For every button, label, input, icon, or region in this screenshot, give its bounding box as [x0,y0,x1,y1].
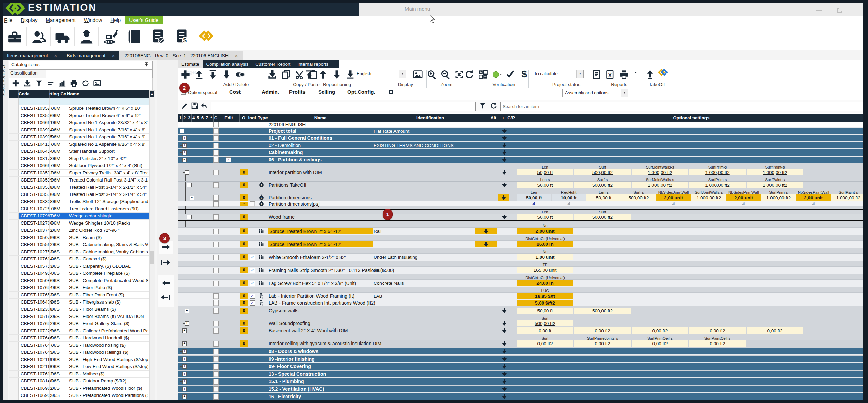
search-input[interactable] [500,102,866,111]
grid-row[interactable]: −07Partitions TakeOff50,00 ft500,00 ft21… [178,177,866,188]
optional-value-cell[interactable]: 50,00 ft [517,169,573,175]
chevron-down-icon[interactable]: ▼ [399,70,406,78]
optional-value-cell[interactable]: 1 000,00 ft2 [761,194,796,201]
alt-arrow-icon[interactable] [502,183,507,187]
option-badge[interactable]: 0 [240,308,248,314]
catalog-row[interactable]: CBEST-10353206MSuper Privacy Trellis_3/4… [9,170,149,177]
alt-arrow-icon[interactable] [502,328,507,333]
catalog-filter-icon[interactable] [35,80,44,89]
takeoff-link-icon[interactable]: A [811,201,815,206]
grid-row[interactable]: −0Wood frame50,00 ft500,00 ft2LenSurf [178,209,866,221]
catalog-row[interactable]: CBEST-10722906SSUB - Gallery / Prefabric… [9,327,149,335]
catalog-refresh-icon[interactable] [82,80,91,89]
optional-value-cell[interactable]: 2,00 unit [796,194,831,201]
catalog-row[interactable]: CBEST-10211806SSUB - Low-End Wood Railin… [9,363,149,371]
option-badge[interactable]: 0 [240,194,248,201]
grid-col-header[interactable]: Optional settings [517,114,866,122]
alt-arrow-icon[interactable] [502,215,507,219]
excel-icon[interactable]: X [606,70,615,81]
expand-icon[interactable]: + [182,150,187,155]
grid-col-header[interactable]: 1 [178,114,183,122]
takeoff-link-icon[interactable]: A [671,201,675,206]
copy-paste-arrow-icon[interactable] [502,136,507,140]
move-top-icon[interactable] [305,70,314,81]
transfer-left-end-button[interactable] [160,293,170,303]
menu-file[interactable]: File [0,16,16,24]
expand-icon[interactable]: + [182,372,187,376]
optional-value-cell[interactable]: 2,00 unit [517,228,573,234]
optional-value-cell[interactable]: 50,00 ft [517,194,551,201]
grid-col-header[interactable]: 3 [187,114,192,122]
optional-value-cell[interactable]: 18,85 $/ft [517,293,573,299]
grid-row[interactable]: −0Interior partition with DIM50,00 ft500… [178,165,866,176]
move-down-icon[interactable] [332,70,341,81]
subtab-admin[interactable]: Admin. [262,89,279,95]
row-checkbox[interactable] [213,379,219,385]
alt-arrow-button[interactable] [475,228,497,234]
grid-col-header[interactable]: Incl. [248,114,258,122]
chevron-down-icon[interactable]: ▼ [576,70,583,78]
row-checkbox[interactable] [213,157,219,163]
option-badge[interactable]: 0 [240,280,248,286]
move-bottom-icon[interactable] [346,70,355,81]
check-icon[interactable] [506,70,515,81]
catalog-row[interactable]: CBEST-10374206MZinc Closet Rod 72"-96 " [9,227,149,234]
zoom-in-icon[interactable] [427,70,437,81]
grid-row[interactable]: +13 - Special Construction [178,371,866,378]
catalog-row[interactable]: CBEST-10353606MTreated Rail Post 3-1/4" … [9,191,149,198]
estimate-tab-compilation-analysis[interactable]: Compilation analysis [203,60,252,68]
alt-arrow-icon[interactable] [502,341,507,346]
optional-value-cell[interactable]: 16,00 in [517,241,573,247]
doc-tab[interactable]: Bids management✕ [62,51,120,60]
cut-icon[interactable] [295,70,305,81]
calculator-icon[interactable] [478,70,488,81]
grid-col-header[interactable]: Edit [218,114,240,122]
option-badge[interactable]: 0 [240,340,248,347]
catalog-row[interactable]: CBEST-10695506SSUB - Prefabricated Wood … [9,392,149,399]
doc-tab[interactable]: Items management✕ [2,51,62,60]
app-toolbar-brand-icon[interactable] [194,27,218,47]
grid-col-header[interactable]: + [501,114,506,122]
undo-icon[interactable] [200,102,208,111]
alt-arrow-icon[interactable] [502,308,507,313]
catalog-row[interactable]: CBEST-10507906SSUB - Beam ($) [9,234,149,241]
catalog-row[interactable]: CBEST-10764506SSUB - Hardwood Railings (… [9,349,149,356]
copy-paste-arrow-icon[interactable] [502,143,507,148]
optional-value-cell[interactable]: 2,00 unit [726,194,761,201]
menu-management[interactable]: Management [41,16,80,24]
copy-paste-arrow-icon[interactable] [502,387,507,391]
row-checkbox[interactable] [213,386,219,392]
grid-row[interactable]: −Project totalFlat Rate Amount [178,128,866,135]
transfer-right-button[interactable] [161,243,170,253]
expand-icon[interactable]: + [182,349,187,354]
copy-paste-arrow-icon[interactable] [502,379,507,384]
optional-value-cell[interactable]: 1,00 unit [517,254,573,260]
optional-value-cell[interactable]: 50,00 ft [517,214,573,220]
grid-row[interactable]: 0Spruce Treated Brown 2" x 6" -12'16,00 … [178,236,866,248]
floppy-icon[interactable] [191,102,198,111]
expand-icon[interactable]: + [182,387,187,391]
optional-value-cell[interactable]: 0,00 ft2 [632,340,688,347]
alt-arrow-button[interactable] [475,241,497,247]
optional-value-cell[interactable]: 1 000,00 ft2 [691,194,726,201]
grid-col-header[interactable]: 2 [182,114,187,122]
grid-row[interactable]: +0Basement wall 2" X 4" Wool with DIM0,0… [178,327,866,334]
catalog-row[interactable]: CBEST-10495406SSUB - Complete Fireplace … [9,270,149,277]
copy-paste-arrow-icon[interactable] [502,129,507,133]
close-tab-icon[interactable]: ✕ [54,54,57,58]
copy-paste-arrow-icon[interactable] [502,157,507,162]
grid-row[interactable]: 0✓White Smooth Ethafoam 3-1/2" x 82'Unde… [178,249,866,261]
doc-tab[interactable]: 220106ENG - Rev. 0 - Sce: 1 : 220106 ENG… [119,51,243,60]
subtab-selling[interactable]: Selling [318,89,335,95]
grid-col-header[interactable]: C/P [506,114,517,122]
caret-icon[interactable] [633,70,638,77]
grid-row[interactable]: +09 -Interior finishing [178,356,866,363]
catalog-row[interactable]: CBEST-10640906SSUB - Fiberglass slab ($) [9,299,149,306]
grid-row[interactable]: +Cabinetmaking [178,149,866,156]
refresh-icon[interactable] [490,102,497,111]
option-badge[interactable]: 0 [240,182,248,188]
optional-value-cell[interactable]: 1 000,00 ft2 [632,169,688,175]
incl-checkbox[interactable]: ✓ [250,294,255,299]
expand-icon[interactable]: + [182,341,187,346]
row-checkbox[interactable] [213,321,219,326]
